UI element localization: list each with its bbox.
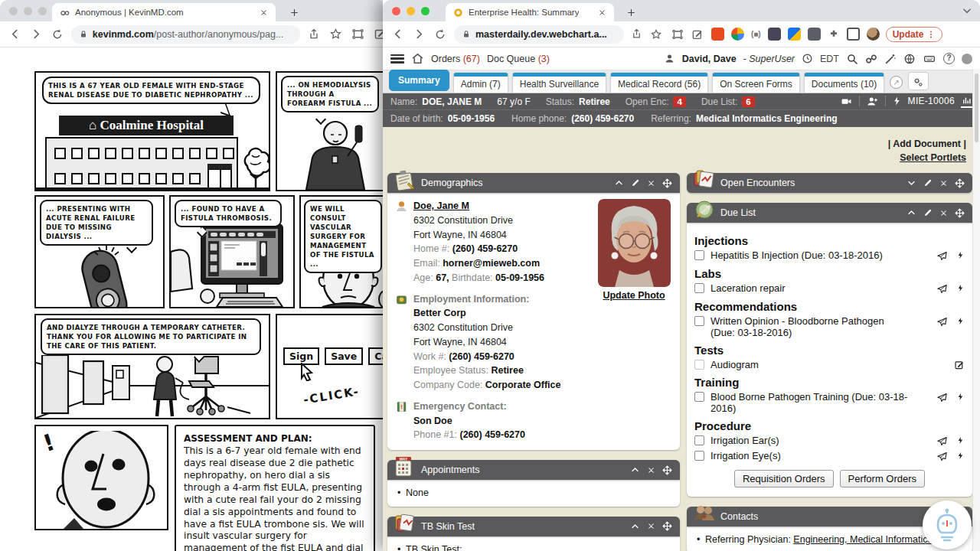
- close-icon[interactable]: [647, 466, 655, 474]
- tab-close-icon[interactable]: [260, 8, 268, 17]
- select-portlets-link[interactable]: Select Portlets: [900, 152, 966, 163]
- address-bar[interactable]: kevinmd.com/post-author/anonymous/pag...: [71, 25, 300, 44]
- reload-icon[interactable]: [51, 28, 64, 41]
- collapse-icon[interactable]: [630, 465, 640, 474]
- bolt-icon[interactable]: [892, 96, 902, 106]
- due-list-header[interactable]: Due List: [687, 203, 972, 223]
- close-icon[interactable]: [647, 522, 655, 530]
- comic-save-button[interactable]: Save: [325, 347, 363, 365]
- tab-admin[interactable]: Admin (7): [453, 73, 508, 93]
- flowsheet-chart-icon[interactable]: [961, 96, 972, 106]
- tab-medical-record[interactable]: Medical Record (56): [610, 73, 708, 93]
- open-encounters-header[interactable]: Open Encounters: [687, 173, 972, 193]
- checkbox[interactable]: [694, 451, 704, 461]
- demographics-header[interactable]: Demographics: [387, 173, 680, 193]
- menu-hamburger-icon[interactable]: [390, 54, 404, 64]
- collapse-icon[interactable]: [906, 208, 916, 217]
- move-icon[interactable]: [955, 208, 965, 218]
- quick-order-bolt-icon[interactable]: [956, 250, 965, 260]
- move-icon[interactable]: [662, 521, 672, 531]
- referring-physician-link[interactable]: Engineering, Medical Informatics: [793, 534, 932, 545]
- expand-icon[interactable]: [906, 178, 916, 187]
- appointments-header[interactable]: MAY Appointments: [387, 460, 680, 480]
- wand-icon[interactable]: [884, 53, 897, 65]
- extension-icon-2[interactable]: [808, 28, 821, 41]
- add-document-link[interactable]: | Add Document |: [888, 139, 966, 149]
- update-photo-link[interactable]: Update Photo: [603, 290, 665, 301]
- address-bar[interactable]: masterdaily.dev.webchart.a...: [454, 25, 624, 44]
- profile-avatar[interactable]: [867, 28, 880, 41]
- lighthouse-extension-icon[interactable]: [731, 28, 744, 41]
- send-order-icon[interactable]: [936, 316, 948, 328]
- collapse-icon[interactable]: [630, 522, 640, 531]
- translate-extension-icon[interactable]: [788, 28, 801, 41]
- assistant-widget[interactable]: [923, 500, 972, 549]
- move-icon[interactable]: [955, 178, 965, 188]
- send-order-icon[interactable]: [936, 451, 948, 462]
- checkbox[interactable]: [694, 316, 704, 326]
- quick-order-bolt-icon[interactable]: [956, 451, 965, 461]
- screenshot-extension-icon[interactable]: [671, 28, 684, 41]
- device-extension-icon[interactable]: [847, 28, 860, 41]
- move-icon[interactable]: [662, 178, 672, 188]
- extension-icon-1[interactable]: [768, 28, 781, 41]
- back-icon[interactable]: [8, 28, 21, 41]
- quick-order-bolt-icon[interactable]: [956, 392, 965, 402]
- edit-icon[interactable]: [631, 178, 640, 187]
- tab-close-icon[interactable]: [598, 8, 606, 17]
- clock-icon[interactable]: [802, 53, 813, 64]
- new-tab-button[interactable]: [626, 5, 636, 18]
- patient-name-link[interactable]: Doe, Jane M: [413, 201, 469, 211]
- checkbox[interactable]: [694, 250, 704, 260]
- keyboard-icon[interactable]: [923, 53, 936, 65]
- checkbox[interactable]: [694, 435, 704, 445]
- new-tab-button[interactable]: [289, 5, 299, 18]
- perform-orders-button[interactable]: Perform Orders: [840, 470, 926, 487]
- puzzle-extensions-icon[interactable]: [828, 28, 840, 41]
- tab-documents[interactable]: Documents (10): [804, 73, 884, 93]
- reload-icon[interactable]: [434, 28, 446, 41]
- checkbox[interactable]: [694, 392, 704, 402]
- send-order-icon[interactable]: [936, 250, 948, 262]
- forward-icon[interactable]: [413, 28, 426, 41]
- quick-order-bolt-icon[interactable]: [956, 283, 965, 293]
- back-icon[interactable]: [391, 28, 404, 41]
- tb-skin-test-header[interactable]: TB Skin Test: [387, 517, 680, 536]
- edit-result-icon[interactable]: [954, 360, 965, 370]
- share-icon[interactable]: [631, 28, 642, 40]
- analytics-extension-icon[interactable]: [711, 28, 724, 41]
- quick-order-bolt-icon[interactable]: [956, 316, 965, 326]
- tab-summary[interactable]: Summary: [389, 70, 449, 91]
- doc-queue-link[interactable]: Doc Queue (3): [487, 54, 550, 64]
- browser-tab-kevinmd[interactable]: Anonymous | KevinMD.com: [52, 3, 276, 21]
- share-icon[interactable]: [308, 28, 320, 41]
- orders-link[interactable]: Orders (67): [431, 54, 480, 64]
- bookmark-star-icon[interactable]: [650, 28, 662, 41]
- edit-icon[interactable]: [923, 208, 933, 217]
- screenshot-icon[interactable]: [351, 28, 364, 41]
- send-order-icon[interactable]: [936, 392, 948, 403]
- external-link-icon[interactable]: ↗: [890, 76, 903, 89]
- close-icon[interactable]: [647, 179, 655, 187]
- tab-health-surveillance[interactable]: Health Surveillance: [512, 73, 606, 93]
- window-controls[interactable]: [392, 7, 430, 15]
- checkbox[interactable]: [694, 283, 704, 293]
- home-icon[interactable]: [411, 52, 424, 65]
- close-icon[interactable]: [939, 179, 948, 187]
- due-list-badge[interactable]: 6: [742, 96, 754, 107]
- video-icon[interactable]: [840, 96, 853, 107]
- bookmark-star-icon[interactable]: [329, 28, 342, 41]
- search-icon[interactable]: [846, 53, 858, 65]
- send-order-icon[interactable]: [936, 435, 948, 447]
- chevron-down-icon[interactable]: [962, 5, 972, 16]
- globe-icon[interactable]: [903, 53, 916, 65]
- help-icon[interactable]: ?: [943, 53, 955, 64]
- paren-extension-icon[interactable]: (■): [751, 30, 761, 38]
- browser-tab-enterprise-health[interactable]: Enterprise Health: Summary: [446, 3, 614, 21]
- edit-icon[interactable]: [923, 178, 933, 187]
- send-order-icon[interactable]: [936, 283, 948, 295]
- window-controls[interactable]: [9, 7, 47, 15]
- link-icon[interactable]: [865, 53, 877, 65]
- quick-order-bolt-icon[interactable]: [956, 435, 965, 445]
- current-user[interactable]: David, Dave: [682, 54, 737, 64]
